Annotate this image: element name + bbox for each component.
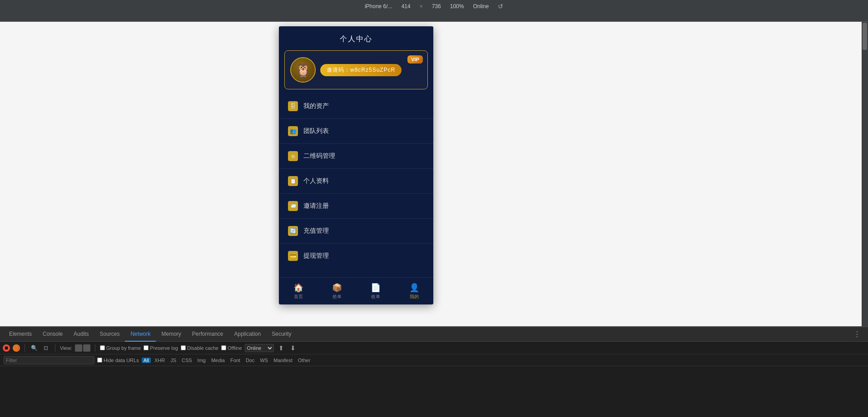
orders-label: 收单 <box>371 294 380 300</box>
filter-tag-css[interactable]: CSS <box>180 358 194 363</box>
filter-tag-ws[interactable]: WS <box>258 358 270 363</box>
app-title: 个人中心 <box>340 35 372 43</box>
devtools-toolbar: ⏹ 🚫 🔍 ⊡ View: Group by frame Preserve lo… <box>0 342 868 354</box>
invite-label: 邀请注册 <box>303 202 329 210</box>
nav-home[interactable]: 🏠 首页 <box>279 280 317 303</box>
grab-icon: 📦 <box>332 283 342 293</box>
filter-bar: Hide data URLs All XHR JS CSS Img Media … <box>0 354 868 366</box>
assets-icon: 🗄 <box>288 101 298 111</box>
nav-orders[interactable]: 📄 收单 <box>356 280 395 303</box>
preserve-log-checkbox[interactable] <box>144 345 149 350</box>
profile-icon: 📋 <box>288 176 298 186</box>
team-label: 团队列表 <box>303 127 329 135</box>
devtools-tabs: Elements Console Audits Sources Network … <box>0 327 868 342</box>
disable-cache-option[interactable]: Disable cache <box>181 345 218 351</box>
vip-badge: VIP <box>407 55 423 64</box>
view-list-icon[interactable] <box>75 344 82 352</box>
filter-tag-doc[interactable]: Doc <box>244 358 257 363</box>
hide-data-urls-label: Hide data URLs <box>104 358 139 363</box>
tab-application[interactable]: Application <box>229 327 267 342</box>
filter-icon[interactable]: 🔍 <box>30 343 39 353</box>
search-icon[interactable]: ⊡ <box>41 343 50 353</box>
group-by-frame-option[interactable]: Group by frame <box>100 345 141 351</box>
menu-item-invite[interactable]: 📨 邀请注册 <box>279 194 433 219</box>
home-icon: 🏠 <box>293 283 303 293</box>
stop-recording-button[interactable]: ⏹ <box>3 344 10 352</box>
app-header: 个人中心 <box>279 26 433 50</box>
grab-label: 抢单 <box>332 294 342 300</box>
offline-checkbox[interactable] <box>221 345 226 350</box>
scrollbar-thumb[interactable] <box>863 23 867 50</box>
invite-icon: 📨 <box>288 201 298 211</box>
ruler-horizontal <box>0 13 868 22</box>
filter-tags: All XHR JS CSS Img Media Font Doc WS Man… <box>142 358 312 363</box>
avatar-wrap: 🦉 <box>290 57 316 83</box>
assets-label: 我的资产 <box>303 102 329 110</box>
qr-label: 二维码管理 <box>303 152 335 160</box>
recharge-label: 充值管理 <box>303 227 329 235</box>
network-selector[interactable]: Online <box>473 3 489 10</box>
import-icon[interactable]: ⬆ <box>277 343 286 353</box>
vip-label: VIP <box>411 57 419 62</box>
tab-sources[interactable]: Sources <box>94 327 125 342</box>
group-by-frame-checkbox[interactable] <box>100 345 105 350</box>
devtools-settings-icon[interactable]: ⋮ <box>850 330 864 339</box>
team-icon: 👥 <box>288 126 298 136</box>
tab-security[interactable]: Security <box>266 327 297 342</box>
orders-icon: 📄 <box>371 283 381 293</box>
offline-option[interactable]: Offline <box>221 345 242 351</box>
tab-console[interactable]: Console <box>37 327 68 342</box>
network-throttle-select[interactable]: Online Fast 3G Slow 3G Offline <box>245 344 274 352</box>
filter-input[interactable] <box>4 356 94 364</box>
profile-card[interactable]: 🦉 邀请码：w8cRz5SuZPcR VIP <box>284 50 428 89</box>
withdraw-label: 提现管理 <box>303 252 329 260</box>
avatar: 🦉 <box>291 58 315 82</box>
clear-button[interactable]: 🚫 <box>13 344 20 352</box>
view-group-icon[interactable] <box>83 344 90 352</box>
phone-preview: 个人中心 🦉 邀请码：w8cRz5SuZPcR VIP 🗄 我的资产 <box>279 26 433 304</box>
tab-performance[interactable]: Performance <box>187 327 229 342</box>
reload-icon[interactable]: ↺ <box>498 3 503 10</box>
tab-elements[interactable]: Elements <box>4 327 37 342</box>
filter-tag-other[interactable]: Other <box>296 358 312 363</box>
devtools-panel: Elements Console Audits Sources Network … <box>0 326 868 417</box>
filter-tag-all[interactable]: All <box>142 358 151 363</box>
view-icons <box>75 344 90 352</box>
nav-mine[interactable]: 👤 我的 <box>395 280 433 303</box>
menu-item-team[interactable]: 👥 团队列表 <box>279 119 433 144</box>
toolbar-separator-2 <box>55 344 55 352</box>
device-selector[interactable]: iPhone 6/... <box>365 3 392 10</box>
toolbar-separator-1 <box>25 344 25 352</box>
menu-item-assets[interactable]: 🗄 我的资产 <box>279 94 433 119</box>
export-icon[interactable]: ⬇ <box>288 343 298 353</box>
tab-memory[interactable]: Memory <box>156 327 186 342</box>
preserve-log-option[interactable]: Preserve log <box>144 345 178 351</box>
filter-tag-font[interactable]: Font <box>228 358 242 363</box>
top-bar: iPhone 6/... 414 × 736 100% Online ↺ <box>0 0 868 13</box>
recharge-icon: 🔄 <box>288 226 298 236</box>
menu-item-profile[interactable]: 📋 个人资料 <box>279 169 433 194</box>
dimension-height: 736 <box>432 3 441 10</box>
mine-icon: 👤 <box>409 283 419 293</box>
filter-tag-xhr[interactable]: XHR <box>153 358 167 363</box>
tab-network[interactable]: Network <box>125 327 156 342</box>
menu-item-recharge[interactable]: 🔄 充值管理 <box>279 219 433 244</box>
filter-tag-manifest[interactable]: Manifest <box>272 358 294 363</box>
hide-data-urls-option[interactable]: Hide data URLs <box>97 358 139 363</box>
scrollbar[interactable] <box>862 22 868 326</box>
dimension-x: × <box>420 3 423 10</box>
disable-cache-checkbox[interactable] <box>181 345 186 350</box>
mine-label: 我的 <box>410 294 419 300</box>
filter-tag-js[interactable]: JS <box>169 358 178 363</box>
menu-item-qr[interactable]: ⊞ 二维码管理 <box>279 144 433 169</box>
preserve-log-label: Preserve log <box>150 345 178 351</box>
zoom-selector[interactable]: 100% <box>450 3 464 10</box>
nav-grab[interactable]: 📦 抢单 <box>317 280 356 303</box>
filter-tag-media[interactable]: Media <box>209 358 227 363</box>
filter-tag-img[interactable]: Img <box>196 358 208 363</box>
hide-data-urls-checkbox[interactable] <box>97 358 102 363</box>
avatar-emoji: 🦉 <box>295 63 311 78</box>
tab-audits[interactable]: Audits <box>68 327 94 342</box>
home-label: 首页 <box>294 294 303 300</box>
menu-item-withdraw[interactable]: 💳 提现管理 <box>279 244 433 268</box>
